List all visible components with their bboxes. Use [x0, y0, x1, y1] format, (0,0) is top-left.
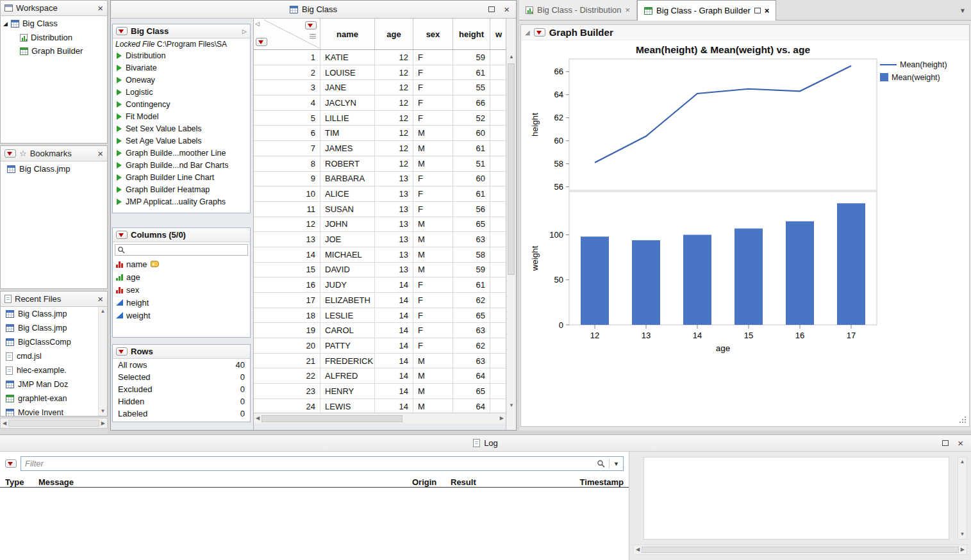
collapse-panel-icon[interactable]: ◁ [255, 21, 260, 27]
scroll-left-icon[interactable]: ◀ [3, 421, 6, 426]
log-filter-box[interactable]: ▼ [21, 456, 624, 471]
table-row[interactable]: 18LESLIE14F65 [254, 308, 506, 324]
filter-dropdown-icon[interactable]: ▼ [613, 461, 619, 467]
bookmarks-menu-icon[interactable] [4, 149, 16, 158]
graph-builder-header[interactable]: ◢ Graph Builder [521, 25, 969, 40]
bookmark-item[interactable]: Big Class.jmp [1, 161, 107, 176]
table-row[interactable]: 21FREDERICK14M63 [254, 354, 506, 369]
scrollbar-thumb[interactable] [508, 63, 515, 275]
rows-header-menu-icon[interactable] [256, 38, 267, 46]
graph-builder-menu-icon[interactable] [534, 28, 545, 37]
recent-files-scrollbar[interactable]: ▲ ▼ [98, 307, 107, 416]
scrollbar-thumb[interactable] [642, 547, 959, 553]
table-row[interactable]: 2LOUISE12F61 [254, 65, 506, 81]
recent-files-close-icon[interactable]: × [97, 294, 103, 304]
scroll-right-icon[interactable]: ▶ [500, 416, 504, 421]
table-script-item[interactable]: Contingency [113, 98, 250, 110]
table-menu-icon[interactable] [116, 27, 128, 35]
column-header-age[interactable]: age [375, 19, 413, 49]
table-row[interactable]: 17ELIZABETH14F62 [254, 293, 506, 308]
scroll-down-icon[interactable]: ▼ [960, 532, 965, 537]
table-script-item[interactable]: Logistic [113, 86, 250, 98]
tab-close-icon[interactable]: × [626, 6, 631, 14]
table-row[interactable]: 8ROBERT12M51 [254, 156, 506, 172]
column-item[interactable]: weight [113, 309, 250, 322]
tree-expand-icon[interactable]: ◢ [3, 21, 8, 27]
log-column-type[interactable]: Type [5, 477, 38, 487]
workspace-tree-root[interactable]: ◢ Big Class [1, 16, 107, 31]
columns-header-menu-icon[interactable] [305, 21, 317, 29]
sidebar-horizontal-scrollbar[interactable]: ◀ ▶ [0, 418, 108, 429]
log-filter-input[interactable] [25, 459, 593, 468]
workspace-tree-item[interactable]: Graph Builder [1, 44, 107, 58]
recent-file-item[interactable]: Big Class.jmp [1, 321, 98, 335]
maximize-icon[interactable] [942, 440, 949, 446]
table-row[interactable]: 10ALICE13F61 [254, 186, 506, 202]
table-row[interactable]: 6TIM12M60 [254, 126, 506, 141]
column-item[interactable]: age [113, 270, 250, 283]
table-row[interactable]: 22ALFRED14M64 [254, 368, 506, 384]
recent-file-item[interactable]: graphlet-exan [1, 391, 98, 406]
column-header-w[interactable]: w [490, 19, 508, 49]
resize-grip-icon[interactable] [959, 416, 966, 423]
table-row[interactable]: 19CAROL14F63 [254, 323, 506, 338]
workspace-tree-item[interactable]: Distribution [1, 31, 107, 44]
panel-expand-icon[interactable]: ▷ [242, 28, 247, 35]
scroll-down-icon[interactable]: ▼ [509, 403, 514, 408]
column-item[interactable]: name [113, 258, 250, 270]
table-row[interactable]: 11SUSAN13F56 [254, 202, 506, 217]
log-text-box[interactable] [643, 457, 949, 539]
table-row[interactable]: 5LILLIE12F52 [254, 111, 506, 126]
table-script-item[interactable]: Set Sex Value Labels [113, 122, 250, 135]
tab-list-dropdown-icon[interactable]: ▼ [959, 7, 966, 14]
column-list-icon[interactable] [310, 34, 316, 38]
log-column-message[interactable]: Message [38, 477, 412, 487]
columns-search-input[interactable] [127, 245, 245, 254]
column-header-name[interactable]: name [320, 19, 375, 49]
tab-graph-builder[interactable]: Big Class - Graph Builder × [637, 0, 776, 21]
table-row[interactable]: 24LEWIS14M64 [254, 399, 506, 413]
log-vertical-scrollbar[interactable]: ▲ ▼ [958, 457, 967, 539]
recent-file-item[interactable]: cmd.jsl [1, 349, 98, 363]
columns-search-box[interactable] [115, 244, 248, 256]
columns-menu-icon[interactable] [116, 231, 128, 239]
recent-file-item[interactable]: hlec-example. [1, 363, 98, 377]
tab-restore-icon[interactable] [754, 8, 761, 13]
recent-file-item[interactable]: Big Class.jmp [1, 307, 98, 321]
grid-vertical-scrollbar[interactable]: ▲ ▼ [506, 19, 516, 430]
table-row[interactable]: 7JAMES12M61 [254, 141, 506, 156]
recent-file-item[interactable]: BigClassComp [1, 335, 98, 349]
table-script-item[interactable]: Graph Builde...nd Bar Charts [113, 159, 250, 171]
scroll-left-icon[interactable]: ◀ [636, 547, 640, 552]
table-row[interactable]: 14MICHAEL13M58 [254, 247, 506, 263]
scroll-down-icon[interactable]: ▼ [101, 409, 106, 414]
scroll-up-icon[interactable]: ▲ [101, 309, 106, 314]
table-row[interactable]: 12JOHN13M65 [254, 217, 506, 233]
log-column-origin[interactable]: Origin [412, 477, 451, 487]
table-script-item[interactable]: Oneway [113, 74, 250, 86]
rows-menu-icon[interactable] [116, 347, 128, 356]
table-row[interactable]: 23HENRY14M65 [254, 384, 506, 399]
table-row[interactable]: 1KATIE12F59 [254, 50, 506, 65]
collapse-outline-icon[interactable]: ◢ [525, 29, 530, 36]
table-row[interactable]: 20PATTY14F62 [254, 338, 506, 354]
table-script-item[interactable]: Set Age Value Labels [113, 135, 250, 147]
close-icon[interactable]: × [504, 4, 510, 14]
table-row[interactable]: 16JUDY14F61 [254, 277, 506, 293]
column-item[interactable]: height [113, 296, 250, 309]
table-script-item[interactable]: Fit Model [113, 110, 250, 122]
close-icon[interactable]: × [958, 438, 963, 448]
grid-horizontal-scrollbar[interactable]: ◀ ▶ [254, 413, 506, 424]
bookmarks-close-icon[interactable]: × [97, 149, 103, 158]
log-column-timestamp[interactable]: Timestamp [490, 477, 624, 487]
table-row[interactable]: 3JANE12F55 [254, 80, 506, 95]
log-menu-icon[interactable] [5, 459, 17, 468]
maximize-icon[interactable] [488, 6, 495, 12]
table-script-item[interactable]: JMP Applicat...uality Graphs [113, 195, 250, 208]
tab-distribution[interactable]: Big Class - Distribution × [519, 0, 637, 20]
column-header-height[interactable]: height [453, 19, 490, 49]
table-row[interactable]: 4JACLYN12F66 [254, 95, 506, 111]
grid-corner-cell[interactable]: ◁ [254, 19, 320, 49]
column-header-sex[interactable]: sex [413, 19, 453, 49]
scroll-right-icon[interactable]: ▶ [101, 421, 105, 426]
